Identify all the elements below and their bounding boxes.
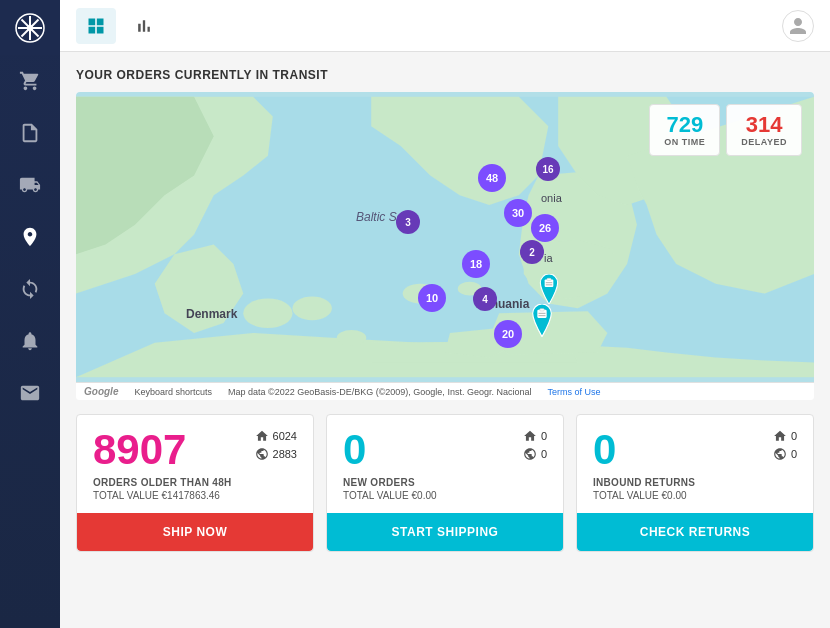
card-new-orders: 0 0 0 NEW ORDERS TOTAL VALUE €0.00 xyxy=(326,414,564,552)
cluster-18[interactable]: 18 xyxy=(462,250,490,278)
card-header-2: 0 0 0 xyxy=(343,429,547,471)
sidebar-item-refresh[interactable] xyxy=(0,263,60,315)
new-orders-number: 0 xyxy=(343,429,366,471)
meta-globe-1: 2883 xyxy=(255,447,297,461)
tab-grid[interactable] xyxy=(76,8,116,44)
tab-chart[interactable] xyxy=(124,8,164,44)
on-time-label: ON TIME xyxy=(664,137,705,147)
orders-48h-number: 8907 xyxy=(93,429,186,471)
cluster-10[interactable]: 10 xyxy=(418,284,446,312)
meta-globe-value-1: 2883 xyxy=(273,448,297,460)
cluster-48[interactable]: 48 xyxy=(478,164,506,192)
sidebar-item-document[interactable] xyxy=(0,107,60,159)
meta-globe-value-3: 0 xyxy=(791,448,797,460)
sidebar-item-truck[interactable] xyxy=(0,159,60,211)
card-value-2: TOTAL VALUE €0.00 xyxy=(343,490,547,501)
card-orders-48h: 8907 6024 2883 ORDERS OLDER THAN 48H TOT… xyxy=(76,414,314,552)
card-desc-3: INBOUND RETURNS xyxy=(593,477,797,488)
latvia-label: ia xyxy=(544,252,553,264)
cluster-26[interactable]: 26 xyxy=(531,214,559,242)
map-data-text: Map data ©2022 GeoBasis-DE/BKG (©2009), … xyxy=(228,387,531,397)
card-meta-1: 6024 2883 xyxy=(255,429,297,461)
main-panel: YOUR ORDERS CURRENTLY IN TRANSIT xyxy=(60,0,830,628)
card-header-3: 0 0 0 xyxy=(593,429,797,471)
ship-now-button[interactable]: SHIP NOW xyxy=(77,513,313,551)
delayed-label: DELAYED xyxy=(741,137,787,147)
svg-point-5 xyxy=(27,25,33,31)
svg-point-7 xyxy=(243,299,292,329)
card-value-1: TOTAL VALUE €1417863.46 xyxy=(93,490,297,501)
cluster-30[interactable]: 30 xyxy=(504,199,532,227)
sidebar xyxy=(0,0,60,628)
meta-home-1: 6024 xyxy=(255,429,297,443)
card-inbound-returns: 0 0 0 INBOUND RETURNS TOTAL VALUE €0.00 xyxy=(576,414,814,552)
map-area[interactable]: Baltic Sea Denmark Lithuania onia ia 48 … xyxy=(76,92,814,382)
svg-point-8 xyxy=(292,297,331,321)
cluster-2[interactable]: 2 xyxy=(520,240,544,264)
sidebar-item-alert[interactable] xyxy=(0,315,60,367)
stat-delayed: 314 DELAYED xyxy=(726,104,802,156)
on-time-count: 729 xyxy=(664,113,705,137)
stats-overlay: 729 ON TIME 314 DELAYED xyxy=(649,104,802,156)
check-returns-button[interactable]: CHECK RETURNS xyxy=(577,513,813,551)
terms-link[interactable]: Terms of Use xyxy=(547,387,600,397)
pin-icon-1[interactable] xyxy=(528,304,556,336)
meta-globe-value-2: 0 xyxy=(541,448,547,460)
keyboard-shortcuts[interactable]: Keyboard shortcuts xyxy=(134,387,212,397)
map-attribution: Google Keyboard shortcuts Map data ©2022… xyxy=(76,382,814,400)
sidebar-item-mail[interactable] xyxy=(0,367,60,419)
svg-point-9 xyxy=(337,330,367,346)
card-meta-2: 0 0 xyxy=(523,429,547,461)
card-header-1: 8907 6024 2883 xyxy=(93,429,297,471)
svg-rect-17 xyxy=(547,278,551,280)
sidebar-logo xyxy=(0,0,60,55)
sidebar-item-location[interactable] xyxy=(0,211,60,263)
sidebar-item-cart[interactable] xyxy=(0,55,60,107)
card-meta-3: 0 0 xyxy=(773,429,797,461)
stat-on-time: 729 ON TIME xyxy=(649,104,720,156)
delayed-count: 314 xyxy=(741,113,787,137)
inbound-returns-number: 0 xyxy=(593,429,616,471)
estonia-label: onia xyxy=(541,192,562,204)
card-desc-2: NEW ORDERS xyxy=(343,477,547,488)
cluster-20[interactable]: 20 xyxy=(494,320,522,348)
meta-home-2: 0 xyxy=(523,429,547,443)
content-area: YOUR ORDERS CURRENTLY IN TRANSIT xyxy=(60,52,830,628)
section-title: YOUR ORDERS CURRENTLY IN TRANSIT xyxy=(76,68,814,82)
meta-globe-3: 0 xyxy=(773,447,797,461)
cluster-4[interactable]: 4 xyxy=(473,287,497,311)
google-logo: Google xyxy=(84,386,118,397)
card-value-3: TOTAL VALUE €0.00 xyxy=(593,490,797,501)
meta-home-3: 0 xyxy=(773,429,797,443)
denmark-label: Denmark xyxy=(186,307,237,321)
meta-home-value-1: 6024 xyxy=(273,430,297,442)
meta-home-value-3: 0 xyxy=(791,430,797,442)
account-circle[interactable] xyxy=(782,10,814,42)
meta-home-value-2: 0 xyxy=(541,430,547,442)
cluster-3[interactable]: 3 xyxy=(396,210,420,234)
meta-globe-2: 0 xyxy=(523,447,547,461)
topbar xyxy=(60,0,830,52)
svg-rect-13 xyxy=(540,309,545,311)
cards-row: 8907 6024 2883 ORDERS OLDER THAN 48H TOT… xyxy=(76,414,814,552)
pin-icon-2[interactable] xyxy=(536,274,562,304)
map-container: Baltic Sea Denmark Lithuania onia ia 48 … xyxy=(76,92,814,400)
card-desc-1: ORDERS OLDER THAN 48H xyxy=(93,477,297,488)
cluster-16[interactable]: 16 xyxy=(536,157,560,181)
start-shipping-button[interactable]: START SHIPPING xyxy=(327,513,563,551)
